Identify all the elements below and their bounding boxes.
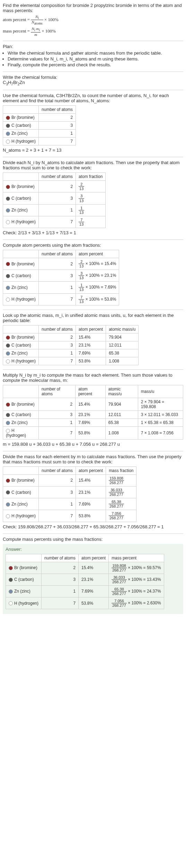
atom-percent: 53.8% (76, 510, 106, 522)
mass-fraction: 65.38268.277 (106, 498, 136, 510)
n-atoms: 2 (38, 398, 75, 411)
element-bullet-icon (6, 274, 10, 278)
table-row: Br (bromine)2213 × 100% = 15.4% (3, 258, 119, 270)
element-bullet-icon (9, 589, 13, 594)
element-label: H (hydrogen) (11, 297, 36, 302)
table-row: Br (bromine)215.4%79.9042 × 79.904 = 159… (3, 398, 183, 411)
atomic-mass: 79.904 (106, 333, 139, 341)
col-atom-percent: atom percent (79, 554, 109, 562)
col-number-of-atoms: number of atoms (38, 385, 75, 398)
atom-percent: 15.4% (76, 333, 106, 341)
atom-frac-text: Divide each N_i by N_atoms to calculate … (3, 160, 183, 170)
table-header-row: number of atoms atom percent atomic mass… (3, 325, 139, 333)
mass-percent: 36.033268.277 × 100% = 13.43% (109, 574, 164, 585)
n-atoms: 7 (39, 357, 76, 365)
table-row: Zn (zinc)17.69%65.38268.277 × 100% = 24.… (6, 585, 164, 597)
atom-frac-section: Divide each N_i by N_atoms to calculate … (3, 160, 183, 235)
element-bullet-icon (6, 336, 10, 340)
mass-calc-text: Multiply N_i by m_i to compute the mass … (3, 372, 183, 383)
element-bullet-icon (6, 124, 10, 128)
mass-calc-section: Multiply N_i by m_i to compute the mass … (3, 372, 183, 447)
table-row: Zn (zinc)17.69%65.38268.277 (3, 498, 136, 510)
element-label: Br (bromine) (11, 262, 35, 266)
divider (3, 310, 183, 310)
table-row: Zn (zinc)17.69%65.38 (3, 349, 139, 357)
table-header-row: number of atoms (3, 106, 76, 114)
count-n-table: number of atoms Br (bromine)2 C (carbon)… (3, 105, 76, 145)
eq-mass-percent: mass percent = Ni mi m × 100% (3, 27, 183, 36)
table-header-row: number of atoms atom percent atomic mass… (3, 385, 183, 398)
divider (3, 90, 183, 90)
table-row: Br (bromine)215.4%159.808268.277 (3, 474, 136, 486)
element-bullet-icon (6, 185, 10, 189)
atom-pct-table: number of atoms atom percent Br (bromine… (3, 250, 119, 305)
atomic-mass-table: number of atoms atom percent atomic mass… (3, 325, 139, 365)
element-bullet-icon (6, 220, 10, 224)
col-mass-fraction: mass fraction (106, 466, 136, 474)
table-row: C (carbon)3313 × 100% = 23.1% (3, 270, 119, 282)
element-label: Zn (zinc) (11, 131, 28, 136)
element-label: Br (bromine) (11, 184, 35, 189)
plan-title: Plan: (3, 44, 183, 49)
n-atoms: 1 (39, 130, 76, 138)
mass-fraction: 36.033268.277 (106, 486, 136, 498)
element-bullet-icon (6, 359, 10, 364)
element-bullet-icon (6, 429, 10, 433)
table-row: C (carbon)323.1%12.0113 × 12.011 = 36.03… (3, 411, 183, 418)
atomic-mass: 79.904 (105, 398, 138, 411)
atomic-mass: 12.011 (106, 341, 139, 349)
mass-frac-table: number of atoms atom percent mass fracti… (3, 466, 136, 522)
count-n-text: Use the chemical formula, C3H7Br2Zn, to … (3, 93, 183, 103)
atom-percent: 15.4% (76, 474, 106, 486)
table-header-row: number of atoms atom fraction (3, 173, 106, 181)
element-label: C (carbon) (14, 577, 34, 582)
atom-fraction: 213 (76, 181, 106, 192)
mass-frac-check: Check: 159.808/268.277 + 36.033/268.277 … (3, 524, 183, 529)
element-bullet-icon (6, 514, 10, 518)
table-row: C (carbon)323.1%36.033268.277 × 100% = 1… (6, 574, 164, 585)
atomic-mass: 12.011 (105, 411, 138, 418)
atom-fraction: 113 (76, 204, 106, 216)
element-bullet-icon (6, 262, 10, 266)
atom-frac-table: number of atoms atom fraction Br (bromin… (3, 172, 106, 228)
atom-percent: 213 × 100% = 15.4% (76, 258, 119, 270)
eq1-rhs: × 100% (44, 17, 59, 22)
eq2-rhs: × 100% (42, 29, 56, 34)
atom-percent: 113 × 100% = 7.69% (76, 282, 119, 293)
n-atoms: 1 (38, 418, 75, 426)
table-row: Br (bromine)215.4%159.808268.277 × 100% … (6, 562, 164, 574)
divider (3, 534, 183, 534)
table-row: H (hydrogen)753.8%7.056268.277 (3, 510, 136, 522)
table-row: Br (bromine)2 (3, 114, 76, 122)
eq1-frac: Ni Natoms (31, 15, 43, 25)
element-bullet-icon (6, 286, 10, 290)
element-bullet-icon (6, 132, 10, 136)
atom-percent: 713 × 100% = 53.8% (76, 293, 119, 305)
mass-fraction: 7.056268.277 (106, 510, 136, 522)
col-atomic-mass: atomic mass/u (105, 385, 138, 398)
element-bullet-icon (6, 116, 10, 120)
table-row: H (hydrogen)753.8%1.0087 × 1.008 = 7.056 (3, 426, 183, 439)
n-atoms: 2 (39, 474, 76, 486)
atom-percent: 23.1% (76, 411, 106, 418)
atom-percent: 7.69% (76, 418, 106, 426)
n-atoms: 3 (42, 574, 79, 585)
table-row: C (carbon)323.1%36.033268.277 (3, 486, 136, 498)
answer-label: Answer: (6, 547, 180, 552)
element-label: H (hydrogen) (14, 601, 38, 606)
table-row: Zn (zinc)1113 (3, 204, 106, 216)
n-atoms: 3 (39, 192, 76, 204)
answer-box: Answer: number of atoms atom percent mas… (3, 544, 183, 614)
element-bullet-icon (6, 208, 10, 213)
element-bullet-icon (6, 140, 10, 144)
n-atoms: 2 (39, 114, 76, 122)
atomic-mass: 65.38 (106, 349, 139, 357)
element-bullet-icon (9, 566, 13, 570)
n-atoms: 7 (39, 510, 76, 522)
n-atoms: 7 (39, 216, 76, 228)
eq1-lhs: atom percent = (3, 17, 30, 22)
table-row: C (carbon)3 (3, 122, 76, 130)
atom-percent: 15.4% (76, 398, 106, 411)
atom-percent: 7.69% (79, 585, 109, 597)
table-row: H (hydrogen)7713 × 100% = 53.8% (3, 293, 119, 305)
